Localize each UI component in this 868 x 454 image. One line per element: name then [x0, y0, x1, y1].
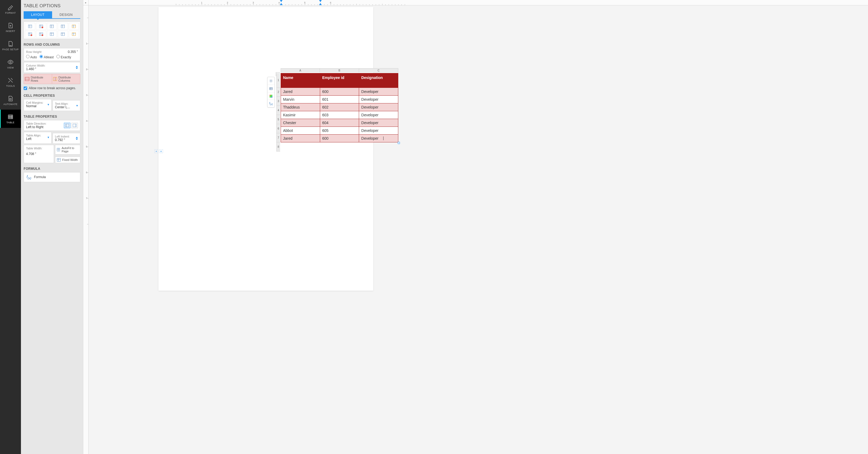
table-dir-ltr-button[interactable] — [64, 123, 70, 128]
col-width-label: Column Width: — [26, 64, 45, 67]
horizontal-ruler[interactable]: 123456 — [89, 0, 868, 5]
merge-cells-button[interactable] — [47, 31, 57, 38]
rail-format[interactable]: FORMAT — [0, 0, 21, 18]
row-number[interactable]: 6 — [276, 124, 280, 133]
table-row[interactable]: Jared600Developer — [281, 134, 398, 142]
row-height-value[interactable]: 0.355 " — [68, 50, 78, 54]
left-indent-spinner[interactable] — [76, 137, 78, 140]
table-row[interactable]: Chester604Developer — [281, 119, 398, 127]
table-cell[interactable]: Developer — [359, 96, 398, 103]
row-number[interactable]: 3 — [276, 97, 280, 106]
col-letter[interactable]: B — [320, 68, 359, 72]
insert-header-row-button[interactable] — [69, 23, 79, 30]
table-cell[interactable]: Abbot — [281, 127, 320, 134]
table-cell[interactable]: 601 — [320, 96, 359, 103]
radio-auto[interactable]: Auto — [26, 55, 37, 59]
insert-col-left-button[interactable] — [47, 23, 57, 30]
document-page[interactable]: + ≡ ✥ f(x) ABC 12345678 NameEmployee idD… — [158, 7, 373, 291]
insert-row-above-button[interactable] — [25, 23, 35, 30]
page-add-icon[interactable]: + — [154, 149, 158, 153]
vertical-ruler[interactable]: 1234567 — [83, 5, 89, 454]
table-header-cell[interactable]: Employee id — [320, 73, 359, 88]
table-row[interactable]: Kasimir603Developer — [281, 111, 398, 119]
left-indent-input[interactable]: Left Indent: 0.792 " — [53, 133, 81, 144]
table-width-card: Table Width: 4.708 " — [24, 145, 54, 163]
table-cell[interactable]: Chester — [281, 119, 320, 127]
distribute-cols-button[interactable]: Distribute Columns — [52, 74, 80, 84]
text-align-select[interactable]: Text Align: Center L... ▾ — [53, 100, 81, 111]
document-canvas[interactable]: ▸ 123456 1234567 + ≡ ✥ f(x) ABC 12345678… — [83, 0, 868, 454]
table-formula-button[interactable]: f(x) — [268, 100, 275, 107]
table-row[interactable]: Marvin601Developer — [281, 96, 398, 103]
table-dir-rtl-button[interactable] — [71, 123, 78, 128]
chevron-down-icon: ▾ — [48, 135, 49, 139]
ruler-corner[interactable]: ▸ — [83, 0, 89, 5]
delete-table-button[interactable] — [36, 31, 46, 38]
radio-atleast[interactable]: Atleast — [39, 55, 54, 59]
table-cell[interactable]: Developer — [359, 127, 398, 134]
table-layout-button[interactable] — [268, 85, 275, 92]
table-resize-handle[interactable] — [398, 142, 400, 144]
table-cell[interactable]: Developer — [359, 119, 398, 127]
row-number[interactable]: 1 — [276, 73, 280, 88]
col-letter[interactable]: A — [281, 68, 320, 72]
table-settings-button[interactable] — [268, 77, 275, 85]
table-cell[interactable]: Developer — [359, 88, 398, 96]
table-cell[interactable]: Developer — [359, 103, 398, 111]
rail-table[interactable]: TABLE — [0, 110, 21, 128]
table-floating-toolbar: f(x) — [267, 77, 275, 108]
row-number[interactable]: 7 — [276, 133, 280, 142]
table-cell[interactable]: 605 — [320, 127, 359, 134]
row-number[interactable]: 5 — [276, 115, 280, 124]
delete-column-button[interactable] — [25, 31, 35, 38]
insert-header-col-button[interactable] — [69, 31, 79, 38]
delete-row-button[interactable] — [36, 23, 46, 30]
row-number[interactable]: 4 — [276, 106, 280, 115]
distribute-cols-icon — [53, 77, 57, 81]
fixed-width-button[interactable]: Fixed Width — [55, 157, 81, 163]
allow-break-checkbox[interactable]: Allow row to break across pages. — [24, 86, 80, 90]
table-row[interactable]: Jared600Developer — [281, 88, 398, 96]
table-cell[interactable]: Marvin — [281, 96, 320, 103]
document-table[interactable]: NameEmployee idDesignationJared600Develo… — [281, 73, 398, 142]
table-cell[interactable]: Kasimir — [281, 111, 320, 119]
table-color-button[interactable] — [268, 92, 275, 100]
rail-page-setup[interactable]: PAGE SETUP — [0, 36, 21, 55]
distribute-rows-button[interactable]: Distribute Rows — [24, 74, 52, 84]
rail-insert[interactable]: INSERT — [0, 18, 21, 36]
table-cell[interactable]: Developer — [359, 134, 398, 142]
col-width-card[interactable]: Column Width: 1.460 " — [24, 62, 80, 73]
formula-button[interactable]: f(x) Formula — [24, 172, 80, 182]
page-notes-icon[interactable]: ≡ — [159, 149, 163, 153]
tab-layout[interactable]: LAYOUT — [24, 11, 52, 19]
table-cell[interactable]: 602 — [320, 103, 359, 111]
col-width-spinner[interactable] — [76, 66, 78, 69]
table-cell[interactable]: Jared — [281, 134, 320, 142]
table-header-cell[interactable]: Name — [281, 73, 320, 88]
rail-automate[interactable]: AUTOMATE — [0, 91, 21, 110]
table-cell[interactable]: 600 — [320, 88, 359, 96]
row-height-card: Row Height: 0.355 " Auto Atleast Exactly — [24, 48, 80, 61]
split-cells-button[interactable] — [58, 31, 68, 38]
table-cell[interactable]: Thaddeus — [281, 103, 320, 111]
brush-icon — [7, 4, 14, 10]
tab-design[interactable]: DESIGN — [52, 11, 81, 19]
table-cell[interactable]: 603 — [320, 111, 359, 119]
table-cell[interactable]: Jared — [281, 88, 320, 96]
table-cell[interactable]: 600 — [320, 134, 359, 142]
radio-exactly[interactable]: Exactly — [56, 55, 71, 59]
row-number[interactable]: 2 — [276, 88, 280, 97]
table-align-select[interactable]: Table Align: Left ▾ — [24, 132, 52, 144]
table-cell[interactable]: Developer — [359, 111, 398, 119]
col-letter[interactable]: C — [359, 68, 398, 72]
rail-tools[interactable]: TOOLS — [0, 73, 21, 91]
table-row[interactable]: Thaddeus602Developer — [281, 103, 398, 111]
row-number[interactable]: 8 — [276, 142, 280, 152]
cell-margins-select[interactable]: Cell Margins: Normal ▾ — [24, 99, 52, 111]
autofit-page-button[interactable]: AutoFit to Page — [55, 145, 81, 154]
insert-col-right-button[interactable] — [58, 23, 68, 30]
table-header-cell[interactable]: Designation — [359, 73, 398, 88]
table-row[interactable]: Abbot605Developer — [281, 127, 398, 134]
rail-view[interactable]: VIEW — [0, 55, 21, 73]
table-cell[interactable]: 604 — [320, 119, 359, 127]
